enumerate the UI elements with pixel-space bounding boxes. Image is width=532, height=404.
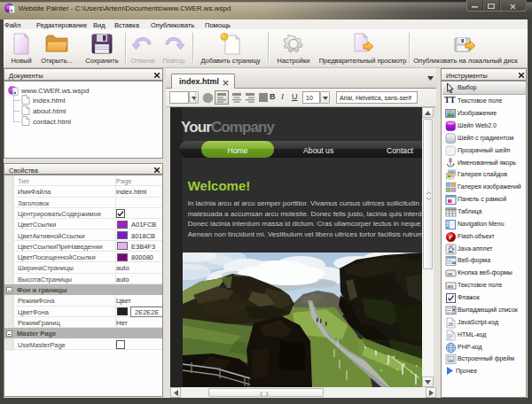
svg-text:abl: abl (447, 284, 453, 289)
svg-text:ок: ок (448, 271, 453, 276)
svg-text:JS: JS (448, 322, 454, 327)
